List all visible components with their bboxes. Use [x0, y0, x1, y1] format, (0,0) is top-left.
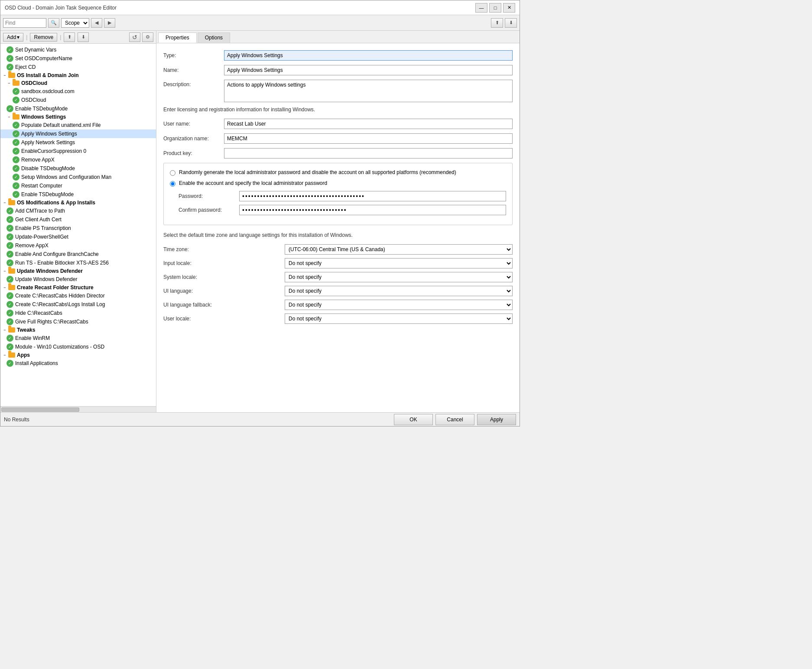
tab-options[interactable]: Options: [198, 32, 230, 43]
productkey-label: Product key:: [163, 150, 224, 156]
productkey-input[interactable]: [224, 148, 513, 158]
find-input[interactable]: [3, 18, 46, 28]
user-locale-select[interactable]: Do not specify: [285, 313, 513, 324]
orgname-input[interactable]: [224, 133, 513, 144]
tree-item-osdcloud[interactable]: − OSDCloud: [0, 79, 156, 87]
folder-icon: [8, 268, 15, 274]
apply-button[interactable]: Apply: [477, 414, 516, 425]
username-input[interactable]: [224, 119, 513, 129]
tree-item-get-client-auth[interactable]: ✓ Get Client Auth Cert: [0, 215, 156, 224]
cancel-button[interactable]: Cancel: [435, 414, 474, 425]
scope-select[interactable]: Scope: [61, 18, 89, 28]
tree-item-windows-settings[interactable]: − Windows Settings: [0, 113, 156, 121]
tree-item-enable-tsdebug[interactable]: ✓ Enable TSDebugMode: [0, 104, 156, 113]
minimize-button[interactable]: —: [475, 3, 487, 13]
tab-properties[interactable]: Properties: [158, 32, 197, 43]
tree-item-enable-cursor[interactable]: ✓ EnableCursorSuppression 0: [0, 147, 156, 155]
tree-item-osdcloud2[interactable]: ✓ OSDCloud: [0, 96, 156, 104]
close-button[interactable]: ✕: [503, 3, 515, 13]
tree-item-remove-appx2[interactable]: ✓ Remove AppX: [0, 241, 156, 250]
tree-item-create-recastlogs[interactable]: ✓ Create C:\RecastCabs\Logs Install Log: [0, 300, 156, 309]
maximize-button[interactable]: □: [489, 3, 501, 13]
tree-item-install-apps[interactable]: ✓ Install Applications: [0, 359, 156, 368]
tree-item-enable-tsdebug2[interactable]: ✓ Enable TSDebugMode: [0, 190, 156, 199]
username-row: User name:: [163, 119, 513, 129]
nav-forward-button[interactable]: ▶: [104, 18, 115, 28]
horizontal-scrollbar[interactable]: [0, 406, 156, 412]
tree-item-remove-appx[interactable]: ✓ Remove AppX: [0, 155, 156, 164]
tree-item-create-recastcabs[interactable]: ✓ Create C:\RecastCabs Hidden Director: [0, 291, 156, 300]
tree-item-run-ts-bitlocker[interactable]: ✓ Run TS - Enable Bitlocker XTS-AES 256: [0, 259, 156, 267]
collapse-button[interactable]: ⬆: [491, 18, 503, 28]
username-label: User name:: [163, 121, 224, 127]
refresh-button[interactable]: ↺: [129, 32, 140, 42]
radio-row-1: Randomly generate the local administrato…: [170, 169, 506, 176]
productkey-row: Product key:: [163, 148, 513, 158]
tree-item-enable-winrm[interactable]: ✓ Enable WinRM: [0, 334, 156, 343]
expand-button[interactable]: ⬇: [505, 18, 517, 28]
tree-item-apply-windows-settings[interactable]: ✓ Apply Windows Settings: [0, 129, 156, 138]
tree-item-set-dynamic-vars[interactable]: ✓ Set Dynamic Vars: [0, 45, 156, 54]
tree-item-apply-network-settings[interactable]: ✓ Apply Network Settings: [0, 138, 156, 147]
password-row: Password:: [170, 191, 506, 201]
tree-item-sandbox[interactable]: ✓ sandbox.osdcloud.com: [0, 87, 156, 96]
check-icon: ✓: [6, 343, 13, 350]
tree-item-module-win10[interactable]: ✓ Module - Win10 Customizations - OSD: [0, 343, 156, 351]
tree-item-apps[interactable]: − Apps: [0, 351, 156, 359]
remove-button[interactable]: Remove: [30, 33, 57, 42]
tree-item-os-modifications[interactable]: − OS Modifications & App Installs: [0, 199, 156, 207]
check-icon: ✓: [6, 105, 13, 112]
system-locale-select[interactable]: Do not specify: [285, 272, 513, 282]
options-button[interactable]: ⚙: [142, 32, 153, 42]
tree-item-update-defender[interactable]: − Update Windows Defender: [0, 267, 156, 275]
tree-item-restart-computer[interactable]: ✓ Restart Computer: [0, 181, 156, 190]
ui-language-fallback-select[interactable]: Do not specify: [285, 300, 513, 310]
tree-area: ✓ Set Dynamic Vars ✓ Set OSDComputerName…: [0, 44, 156, 406]
type-input[interactable]: [224, 50, 513, 61]
check-icon: ✓: [6, 64, 13, 71]
input-locale-select[interactable]: Do not specify: [285, 258, 513, 268]
tree-item-enable-branchcache[interactable]: ✓ Enable And Configure BranchCache: [0, 250, 156, 259]
timezone-select[interactable]: (UTC-06:00) Central Time (US & Canada): [285, 244, 513, 255]
tree-item-create-recast[interactable]: − Create Recast Folder Structure: [0, 284, 156, 291]
tree-item-disable-tsdebug[interactable]: ✓ Disable TSDebugMode: [0, 164, 156, 173]
tree-item-update-defender2[interactable]: ✓ Update Windows Defender: [0, 275, 156, 284]
tree-item-update-psget[interactable]: ✓ Update-PowerShellGet: [0, 233, 156, 241]
name-input[interactable]: [224, 65, 513, 75]
password-input[interactable]: [239, 191, 506, 201]
check-icon: ✓: [6, 360, 13, 367]
tree-item-populate-unattend[interactable]: ✓ Populate Default unattend.xml File: [0, 121, 156, 129]
expand-icon: −: [6, 114, 12, 120]
folder-icon: [8, 327, 15, 333]
input-locale-row: Input locale: Do not specify: [163, 258, 513, 268]
move-down-button[interactable]: ⬇: [78, 32, 89, 42]
ui-language-row: UI language: Do not specify: [163, 286, 513, 296]
description-textarea[interactable]: Actions to apply Windows settings: [224, 80, 513, 102]
folder-icon: [8, 285, 15, 290]
orgname-label: Organization name:: [163, 136, 224, 142]
tree-item-add-cmtrace[interactable]: ✓ Add CMTrace to Path: [0, 207, 156, 215]
nav-back-button[interactable]: ◀: [91, 18, 102, 28]
tree-item-os-install[interactable]: − OS Install & Domain Join: [0, 71, 156, 79]
tree-item-tweaks[interactable]: − Tweaks: [0, 326, 156, 334]
confirm-password-input[interactable]: [239, 205, 506, 215]
tree-item-eject-cd[interactable]: ✓ Eject CD: [0, 63, 156, 71]
check-icon: ✓: [6, 242, 13, 249]
radio-random-label: Randomly generate the local administrato…: [179, 169, 456, 175]
tree-item-enable-ps[interactable]: ✓ Enable PS Transcription: [0, 224, 156, 233]
add-button[interactable]: Add ▾: [3, 33, 23, 42]
search-button[interactable]: 🔍: [48, 18, 59, 28]
tree-item-hide-recastcabs[interactable]: ✓ Hide C:\RecastCabs: [0, 309, 156, 317]
tree-item-give-rights-recast[interactable]: ✓ Give Full Rights C:\RecastCabs: [0, 317, 156, 326]
system-locale-label: System locale:: [163, 274, 285, 280]
tree-item-set-osd-computer-name[interactable]: ✓ Set OSDComputerName: [0, 54, 156, 63]
move-up-button[interactable]: ⬆: [64, 32, 75, 42]
status-text: No Results: [4, 417, 29, 423]
radio-enable-password[interactable]: [170, 181, 175, 187]
check-icon: ✓: [6, 259, 13, 266]
tree-item-setup-windows[interactable]: ✓ Setup Windows and Configuration Man: [0, 173, 156, 181]
ui-language-select[interactable]: Do not specify: [285, 286, 513, 296]
radio-random-password[interactable]: [170, 170, 175, 176]
ok-button[interactable]: OK: [394, 414, 433, 425]
check-icon: ✓: [13, 88, 19, 95]
